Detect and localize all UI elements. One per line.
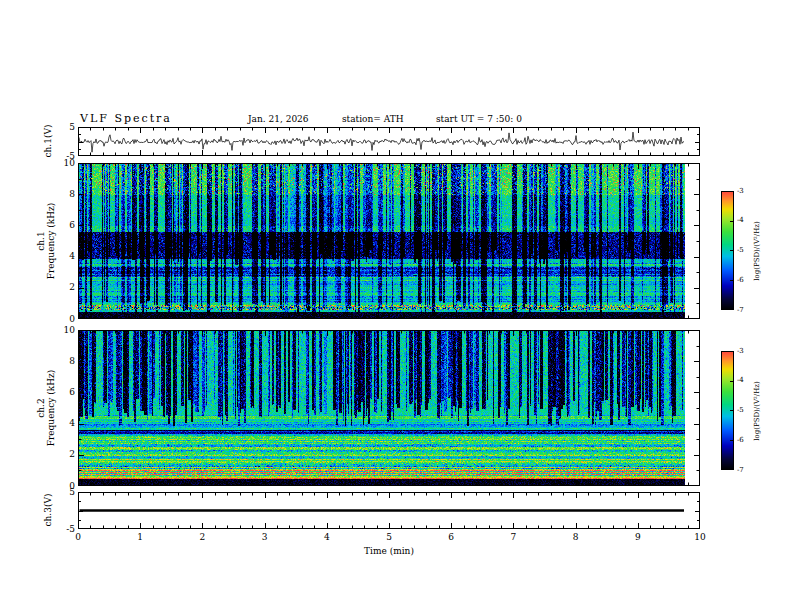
ch3-voltage-axis-label: ch.3(V) <box>43 494 53 527</box>
ch1-waveform-panel <box>78 127 700 156</box>
plot-date: Jan. 21, 2026 <box>248 114 309 124</box>
freq-tick-label: 6 <box>53 220 75 231</box>
colorbar-tick-label: -3 <box>737 347 753 356</box>
ch1-frequency-axis-label: ch.1 Frequency (kHz) <box>36 203 56 280</box>
colorbar-ch2 <box>721 351 734 470</box>
plot-title: VLF Spectra <box>80 112 172 125</box>
volt-tick-label: 5 <box>53 487 75 498</box>
freq-tick-label: 4 <box>53 251 75 262</box>
ch3-waveform-panel <box>78 492 700 529</box>
colorbar-tick-label: -5 <box>737 246 753 255</box>
colorbar-tick-label: -6 <box>737 436 753 445</box>
freq-tick-label: 6 <box>53 387 75 398</box>
ch1-spectrogram-panel <box>78 163 700 319</box>
x-tick-label: 8 <box>566 532 586 543</box>
colorbar-tick-label: -7 <box>737 466 753 475</box>
colorbar-tick-label: -3 <box>737 187 753 196</box>
colorbar-ch1 <box>721 191 734 310</box>
volt-tick-label: 5 <box>53 122 75 133</box>
freq-tick-label: 2 <box>53 449 75 460</box>
x-tick-label: 1 <box>130 532 150 543</box>
volt-tick-label: -5 <box>53 524 75 535</box>
freq-tick-label: 0 <box>53 314 75 325</box>
colorbar-tick-label: -4 <box>737 376 753 385</box>
ch2-spectrogram-panel <box>78 330 700 486</box>
vlf-spectra-figure: VLF Spectra Jan. 21, 2026 station= ATH s… <box>0 0 792 612</box>
ch2-frequency-axis-label: ch.2 Frequency (kHz) <box>36 370 56 447</box>
colorbar-tick-label: -5 <box>737 406 753 415</box>
x-tick-label: 6 <box>441 532 461 543</box>
colorbar1-unit-label: log(PSD)/(V²/Hz) <box>752 221 762 280</box>
x-tick-label: 5 <box>379 532 399 543</box>
volt-tick-label: -5 <box>53 151 75 162</box>
time-axis-label: Time (min) <box>364 546 414 556</box>
plot-start-ut: start UT = 7 :50: 0 <box>436 114 522 124</box>
colorbar-tick-label: -6 <box>737 276 753 285</box>
colorbar-tick-label: -4 <box>737 216 753 225</box>
colorbar2-unit-label: log(PSD)/(V²/Hz) <box>752 381 762 440</box>
x-tick-label: 7 <box>503 532 523 543</box>
x-tick-label: 2 <box>192 532 212 543</box>
colorbar-tick-label: -7 <box>737 306 753 315</box>
ch1-voltage-axis-label: ch.1(V) <box>43 125 53 158</box>
freq-tick-label: 8 <box>53 356 75 367</box>
freq-tick-label: 10 <box>53 325 75 336</box>
x-tick-label: 4 <box>317 532 337 543</box>
x-tick-label: 3 <box>255 532 275 543</box>
freq-tick-label: 8 <box>53 189 75 200</box>
plot-station: station= ATH <box>342 114 404 124</box>
freq-tick-label: 4 <box>53 418 75 429</box>
x-tick-label: 10 <box>690 532 710 543</box>
x-tick-label: 9 <box>628 532 648 543</box>
freq-tick-label: 2 <box>53 282 75 293</box>
